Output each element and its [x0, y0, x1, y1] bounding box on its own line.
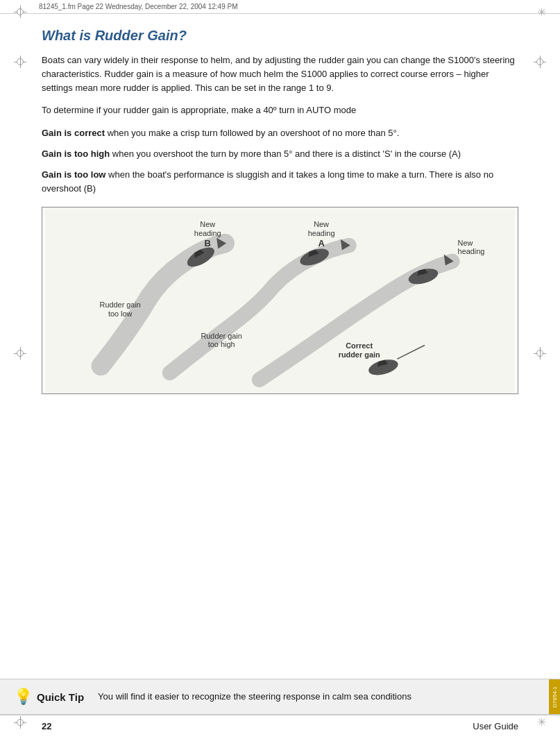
corner-br-mark: ✳ — [537, 715, 546, 729]
gain-item-too-low: Gain is too low when the boat's performa… — [42, 168, 518, 196]
quick-tip-text: You will find it easier to recognize the… — [98, 691, 546, 703]
gain-high-label: Gain is too high — [42, 149, 110, 159]
corner-right-top — [534, 56, 546, 68]
star-icon-br: ✳ — [537, 716, 546, 728]
svg-text:New: New — [314, 220, 329, 228]
footer-guide-label: User Guide — [473, 721, 518, 731]
header-bar: 81245_1.fm Page 22 Wednesday, December 2… — [0, 0, 560, 14]
svg-text:too high: too high — [208, 341, 235, 349]
body-paragraph-1: Boats can vary widely in their response … — [42, 53, 518, 95]
quick-tip-section: 💡 Quick Tip You will find it easier to r… — [0, 679, 560, 715]
footer-page-number: 22 — [42, 721, 51, 731]
corner-bl-mark — [14, 716, 26, 729]
gain-item-correct: Gain is correct when you make a crisp tu… — [42, 126, 518, 140]
corner-left-mid — [14, 347, 26, 359]
svg-text:Rudder gain: Rudder gain — [201, 332, 241, 340]
svg-text:rudder gain: rudder gain — [339, 351, 380, 359]
gain-high-text: when you overshoot the turn by more than… — [110, 149, 461, 159]
diagram-box: New heading B New heading A New heading … — [42, 207, 518, 394]
footer-bar: 22 User Guide ✳ — [0, 715, 560, 737]
body-paragraph-2: To determine if your rudder gain is appr… — [42, 103, 518, 117]
svg-text:too low: too low — [108, 310, 133, 318]
svg-text:Rudder gain: Rudder gain — [100, 300, 141, 309]
svg-text:heading: heading — [308, 229, 335, 237]
svg-text:A: A — [318, 238, 324, 248]
gain-low-label: Gain is too low — [42, 169, 105, 180]
gain-correct-text: when you make a crisp turn followed by a… — [105, 128, 399, 138]
gain-correct-label: Gain is correct — [42, 128, 105, 138]
diagram-svg: New heading B New heading A New heading … — [42, 207, 518, 393]
main-content: What is Rudder Gain? Boats can vary wide… — [0, 14, 560, 672]
svg-text:B: B — [205, 238, 211, 248]
header-file-info: 81245_1.fm Page 22 Wednesday, December 2… — [39, 3, 237, 10]
gain-item-too-high: Gain is too high when you overshoot the … — [42, 147, 518, 161]
quick-tip-label: Quick Tip — [37, 691, 84, 703]
page-container: 81245_1.fm Page 22 Wednesday, December 2… — [0, 0, 560, 737]
corner-right-mid — [534, 347, 546, 359]
quick-tip-side-label: D7854-1 — [549, 679, 560, 714]
svg-text:heading: heading — [194, 229, 221, 237]
quick-tip-icon: 💡 — [14, 688, 33, 706]
svg-text:Correct: Correct — [346, 342, 373, 350]
gain-low-text: when the boat's performance is sluggish … — [42, 169, 493, 194]
svg-text:New: New — [200, 220, 215, 228]
svg-text:heading: heading — [458, 248, 485, 256]
svg-text:New: New — [458, 239, 473, 247]
corner-left-top — [14, 56, 26, 68]
quick-tip-code: D7854-1 — [552, 686, 558, 708]
page-title: What is Rudder Gain? — [42, 28, 518, 44]
